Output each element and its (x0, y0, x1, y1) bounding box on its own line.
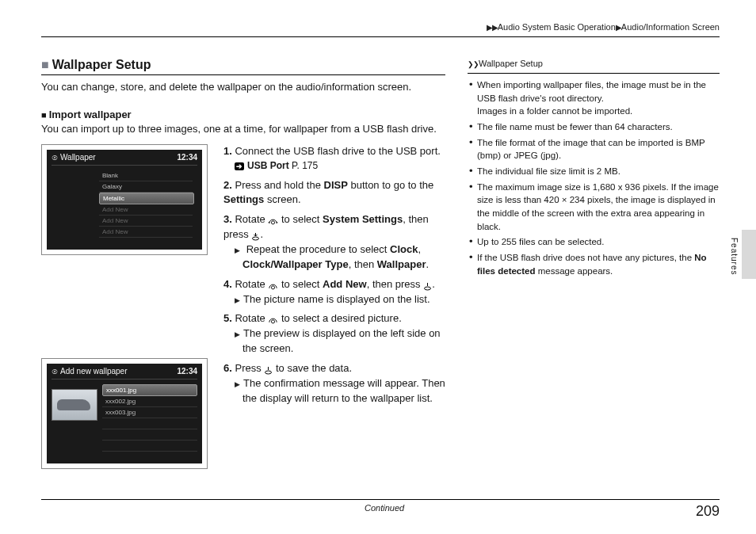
cross-reference: USB Port P. 175 (235, 159, 445, 173)
notes-list: When importing wallpaper files, the imag… (468, 78, 720, 277)
side-tab-label: Features (730, 238, 739, 275)
figure-wallpaper-list: Wallpaper 12:34 Blank Galaxy Metallic Ad… (41, 144, 208, 255)
step-text: to select (278, 213, 323, 225)
step-text: Press (235, 362, 264, 374)
list-item: xxx003.jpg (102, 407, 197, 418)
steps-list: 1. Connect the USB flash drive to the US… (223, 144, 445, 406)
list-item-selected: Metallic (99, 193, 194, 204)
step-bold: Settings (223, 193, 264, 205)
square-bullet-icon: ■ (41, 58, 49, 71)
step-bold: Clock (390, 243, 418, 255)
note-item: The file name must be fewer than 64 char… (468, 120, 720, 134)
chevron-right-icon: ▶▶ (487, 23, 498, 32)
note-text: When importing wallpaper files, the imag… (477, 80, 706, 103)
step-number: 2. (223, 179, 232, 191)
step-text: , (418, 243, 421, 255)
step-text: , then (349, 258, 377, 270)
note-text: Images in a folder cannot be imported. (477, 105, 720, 118)
note-text: message appears. (536, 266, 613, 276)
step-number: 4. (223, 278, 232, 290)
step-number: 6. (223, 362, 232, 374)
step-text: Connect the USB flash drive to the USB p… (235, 145, 440, 157)
step-bold: Clock/Wallpaper Type (242, 258, 349, 270)
section-title: ■Wallpaper Setup (41, 58, 445, 75)
list-item: . (102, 418, 197, 429)
step-sub: The confirmation message will appear. Th… (235, 376, 445, 406)
figure1-title: Wallpaper (60, 153, 96, 162)
figure-add-wallpaper: Add new wallpaper 12:34 xxx001.jpg xxx00… (41, 358, 208, 469)
rotate-dial-icon (268, 280, 278, 289)
subsection-title: ■Import wallpaper (41, 109, 445, 120)
dot-icon (52, 367, 60, 376)
dot-icon (52, 153, 60, 162)
svg-point-1 (253, 237, 259, 240)
svg-point-4 (272, 320, 275, 323)
list-item: Add New (99, 216, 193, 227)
step-sub: Repeat the procedure to select Clock, Cl… (235, 242, 445, 273)
figure2-title: Add new wallpaper (60, 367, 128, 376)
subsection-title-text: Import wallpaper (49, 109, 132, 120)
figure2-time: 12:34 (177, 367, 197, 376)
svg-point-5 (265, 371, 272, 374)
press-knob-icon (251, 231, 260, 239)
step-text: . (426, 258, 429, 270)
step-bold: DISP (324, 179, 348, 191)
step-text: button to go to the (348, 179, 433, 191)
rotate-dial-icon (268, 315, 278, 323)
list-item: Galaxy (99, 181, 193, 193)
step-3: 3. Rotate to select System Settings, the… (223, 212, 445, 272)
press-knob-icon (423, 280, 432, 289)
step-text: . (432, 278, 435, 290)
breadcrumb-section: Audio System Basic Operation (498, 22, 616, 32)
step-text: Rotate (235, 278, 268, 290)
note-item: When importing wallpaper files, the imag… (468, 78, 720, 118)
list-item: . (102, 429, 197, 441)
note-text: If the USB flash drive does not have any… (477, 253, 694, 262)
breadcrumb-subsection: Audio/Information Screen (621, 22, 720, 32)
note-item: The individual file size limit is 2 MB. (468, 165, 720, 178)
note-item: Up to 255 files can be selected. (468, 235, 720, 249)
square-bullet-icon: ■ (41, 110, 47, 120)
step-4: 4. Rotate to select Add New, then press … (223, 277, 445, 307)
step-1: 1. Connect the USB flash drive to the US… (223, 144, 445, 173)
step-bold: Add New (323, 278, 367, 290)
xref-page: P. 175 (292, 160, 318, 171)
sidebar-heading: ❯❯Wallpaper Setup (468, 58, 720, 74)
page-number: 209 (696, 503, 720, 520)
car-thumbnail-icon (52, 389, 97, 421)
step-text: Press and hold the (235, 179, 323, 191)
list-item: Blank (99, 170, 193, 181)
step-number: 3. (223, 213, 232, 225)
note-item: The file format of the image that can be… (468, 136, 720, 162)
note-item: If the USB flash drive does not have any… (468, 251, 720, 277)
step-text: Repeat the procedure to select (246, 243, 390, 255)
svg-point-3 (425, 287, 431, 290)
continued-label: Continued (365, 503, 404, 513)
figure1-time: 12:34 (177, 153, 197, 162)
step-bold: System Settings (323, 213, 403, 225)
step-text: screen. (264, 193, 300, 205)
svg-point-2 (272, 286, 275, 289)
step-6: 6. Press to save the data. The confirmat… (223, 361, 445, 406)
rotate-dial-icon (268, 216, 278, 224)
section-intro: You can change, store, and delete the wa… (41, 80, 445, 94)
press-knob-icon (264, 364, 273, 373)
list-item: . (102, 441, 197, 452)
step-sub: The preview is displayed on the left sid… (235, 326, 445, 357)
sidebar-title: Wallpaper Setup (479, 59, 543, 68)
section-title-text: Wallpaper Setup (52, 58, 151, 71)
list-item: Add New (99, 227, 193, 238)
step-text: , then press (367, 278, 424, 290)
chevron-right-icon: ❯❯ (468, 60, 479, 68)
step-text: to select (278, 278, 323, 290)
step-2: 2. Press and hold the DISP button to go … (223, 178, 445, 208)
list-item-selected: xxx001.jpg (102, 384, 197, 396)
breadcrumb: ▶▶Audio System Basic Operation▶Audio/Inf… (41, 22, 720, 37)
svg-point-0 (272, 221, 275, 224)
step-text: to save the data. (273, 362, 352, 374)
step-text: Rotate (235, 312, 268, 324)
note-item: The maximum image size is 1,680 x 936 pi… (468, 181, 720, 234)
list-item: xxx002.jpg (102, 396, 197, 407)
step-number: 5. (223, 312, 232, 324)
xref-label: USB Port (247, 160, 289, 171)
